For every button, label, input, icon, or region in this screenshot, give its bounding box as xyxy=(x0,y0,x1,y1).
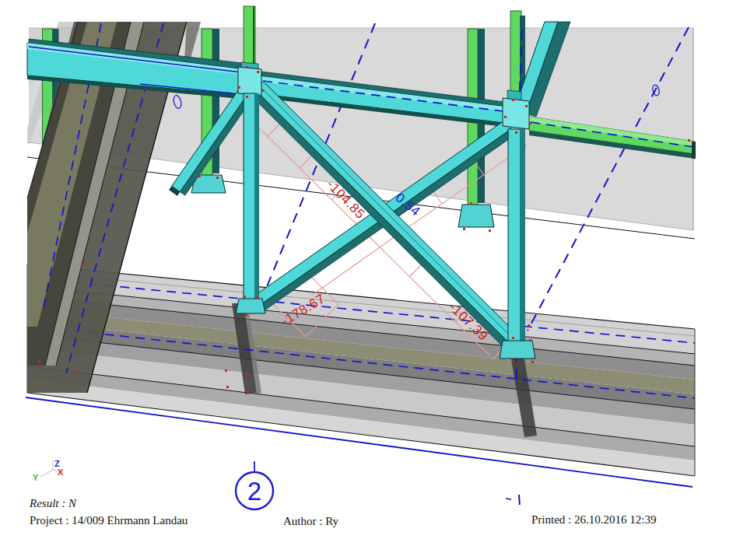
floor-slab xyxy=(26,264,695,487)
base-plate-right xyxy=(500,341,535,359)
grid-bubble: 2 xyxy=(236,461,273,509)
axes-triad: Z X Y xyxy=(33,459,64,482)
author-label: Author : Ry xyxy=(283,515,339,527)
y-axis-label: Y xyxy=(33,473,39,482)
x-axis-label: X xyxy=(58,467,64,477)
column-left-joint xyxy=(244,6,255,72)
base-plate-left xyxy=(236,299,265,313)
printed-label: Printed : 26.10.2016 12:39 xyxy=(531,513,656,526)
column-base-cut xyxy=(458,205,494,227)
result-type-label: Result : N xyxy=(29,497,77,509)
project-label: Project : 14/009 Ehrmann Landau xyxy=(30,514,188,527)
grid-bubble-number: 2 xyxy=(247,477,261,506)
model-3d-viewport: -104.85 0.54 -178.67 -107.39 2 Z X Y Res… xyxy=(0,0,747,560)
joint-left xyxy=(238,62,261,96)
print-footer: Result : N Project : 14/009 Ehrmann Land… xyxy=(29,497,656,527)
print-preview-page: -104.85 0.54 -178.67 -107.39 2 Z X Y Res… xyxy=(0,0,747,560)
